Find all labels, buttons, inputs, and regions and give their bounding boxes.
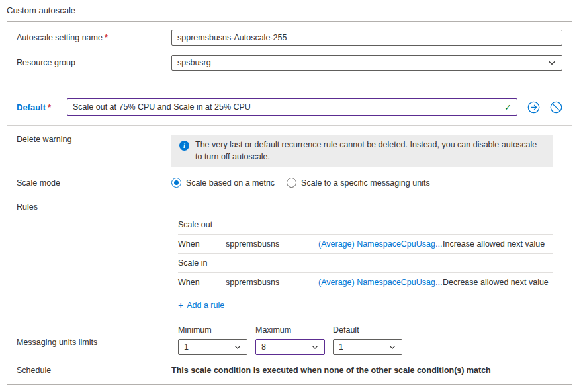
delete-warning-row: Delete warning i The very last or defaul… [17,135,562,167]
schedule-text: This scale condition is executed when no… [171,366,553,375]
default-label: Default [333,325,402,334]
delete-warning-text: The very last or default recurrence rule… [195,139,545,163]
rule-action: Increase allowed next value [443,239,553,249]
condition-header: Default* ✓ [7,89,572,126]
rule-resource: sppremsbusns [226,278,318,287]
minimum-select[interactable]: 1 [178,339,247,355]
radio-unselected-icon [287,178,296,188]
required-asterisk: * [105,33,108,42]
setting-name-row: Autoscale setting name* [17,30,562,46]
delete-warning-label: Delete warning [17,135,171,144]
chevron-down-icon [311,343,319,351]
rule-when-label: When [178,278,226,287]
add-rule-label: Add a rule [187,301,224,310]
resource-group-select[interactable]: spsbusrg [171,55,562,71]
resource-group-value: spsbusrg [177,58,211,67]
page-title: Custom autoscale [7,5,572,15]
condition-name-wrap: ✓ [67,98,517,116]
chevron-down-icon [234,343,242,351]
required-asterisk: * [48,102,51,112]
minimum-label: Minimum [178,325,247,334]
rule-when-label: When [178,239,226,249]
scale-mode-label: Scale mode [17,178,171,188]
info-icon: i [179,141,189,151]
maximum-limit-group: Maximum 8 [255,325,325,355]
autoscale-setting-name-input[interactable] [171,30,562,46]
radio-scale-based-on-metric[interactable]: Scale based on a metric [171,178,275,188]
chevron-down-icon [388,343,396,351]
condition-name-input[interactable] [67,98,517,116]
messaging-units-limits-row: Messaging units limits Minimum 1 Maximum… [17,325,562,355]
add-rule-link[interactable]: + Add a rule [178,301,224,310]
rule-metric-link[interactable]: (Average) NamespaceCpuUsag... [318,239,443,249]
minimum-value: 1 [184,342,189,352]
schedule-label: Schedule [17,366,171,375]
autoscale-setting-name-label: Autoscale setting name* [17,33,171,42]
scale-in-rule-row: When sppremsbusns (Average) NamespaceCpu… [178,273,553,292]
radio-selected-icon [171,178,181,188]
plus-icon: + [178,301,183,310]
scale-mode-row: Scale mode Scale based on a metric Scale… [17,178,562,188]
rule-action: Decrease allowed next value [443,278,553,287]
chevron-down-icon [547,58,557,67]
scale-in-header-row: Scale in [178,254,553,273]
condition-title: Default* [17,102,67,112]
maximum-label: Maximum [255,325,325,334]
scale-condition-section: Default* ✓ Delete warning i The very las… [7,89,572,385]
schedule-row: Schedule This scale condition is execute… [17,366,562,375]
validation-check-icon: ✓ [504,102,512,112]
autoscale-setting-name-label-text: Autoscale setting name [17,33,103,42]
arrow-right-circle-icon [527,101,540,114]
resource-group-label: Resource group [17,58,171,67]
radio-label: Scale based on a metric [186,178,275,188]
rules-row: Rules Scale out When sppremsbusns (Avera… [17,202,562,311]
limits-grid: Minimum 1 Maximum 8 [178,325,402,355]
rule-resource: sppremsbusns [226,239,318,249]
delete-condition-disabled-button[interactable] [550,101,562,114]
rules-label: Rules [17,202,171,212]
resource-group-row: Resource group spsbusrg [17,55,562,71]
messaging-units-limits-label: Messaging units limits [17,325,171,347]
scale-mode-options: Scale based on a metric Scale to a speci… [171,178,430,188]
condition-title-text: Default [17,102,46,112]
condition-body: Delete warning i The very last or defaul… [7,126,572,384]
minimum-limit-group: Minimum 1 [178,325,247,355]
rules-table: Scale out When sppremsbusns (Average) Na… [178,216,553,311]
delete-warning-info-box: i The very last or default recurrence ru… [171,135,553,167]
default-select[interactable]: 1 [333,339,402,355]
scale-out-header: Scale out [178,220,212,229]
rule-metric-link[interactable]: (Average) NamespaceCpuUsag... [318,278,443,287]
radio-label: Scale to a specific messaging units [301,178,430,188]
radio-scale-to-specific-units[interactable]: Scale to a specific messaging units [287,178,430,188]
autoscale-settings-section: Autoscale setting name* Resource group s… [7,21,572,79]
blocked-circle-icon [550,101,562,114]
maximum-value: 8 [261,342,266,352]
maximum-select[interactable]: 8 [255,339,325,355]
scale-out-header-row: Scale out [178,216,553,235]
go-to-condition-button[interactable] [527,101,540,114]
scale-in-header: Scale in [178,258,207,268]
default-limit-group: Default 1 [333,325,402,355]
scale-out-rule-row: When sppremsbusns (Average) NamespaceCpu… [178,235,553,254]
default-value: 1 [339,342,343,352]
